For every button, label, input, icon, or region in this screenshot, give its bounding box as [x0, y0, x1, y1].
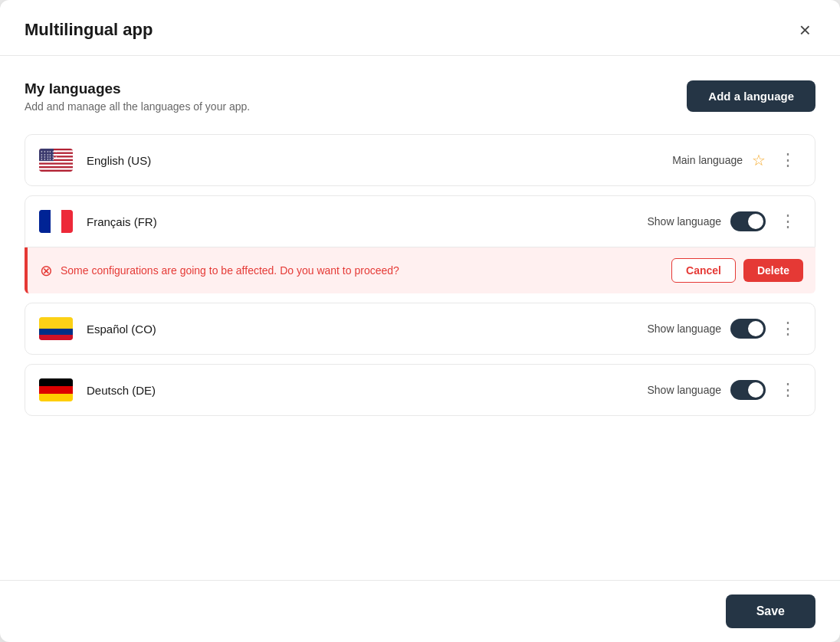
svg-rect-4 — [39, 161, 73, 162]
language-actions-es-co: Show language ⋮ — [647, 317, 801, 340]
section-title: My languages — [25, 80, 250, 97]
language-row-fr: Français (FR) Show language ⋮ — [25, 195, 815, 247]
delete-alert-row: ⊗ Some configurations are going to be af… — [25, 247, 815, 293]
close-button[interactable]: × — [795, 18, 815, 41]
more-options-button-fr[interactable]: ⋮ — [775, 210, 801, 233]
section-description: Add and manage all the languages of your… — [25, 100, 250, 113]
show-language-label-fr: Show language — [647, 215, 721, 228]
language-name-es-co: Español (CO) — [87, 323, 647, 336]
modal-title: Multilingual app — [25, 20, 153, 40]
section-header: My languages Add and manage all the lang… — [25, 80, 815, 113]
flag-fr — [39, 210, 73, 233]
svg-rect-5 — [39, 165, 73, 166]
language-name-en-us: English (US) — [87, 154, 672, 167]
flag-de — [39, 378, 73, 401]
more-options-button-es-co[interactable]: ⋮ — [775, 317, 801, 340]
alert-cancel-button[interactable]: Cancel — [671, 258, 736, 283]
svg-rect-6 — [39, 168, 73, 169]
modal: Multilingual app × My languages Add and … — [0, 0, 840, 642]
show-language-label-es-co: Show language — [647, 323, 721, 335]
svg-text:★ ★ ★ ★ ★: ★ ★ ★ ★ ★ — [41, 158, 54, 161]
language-actions-de: Show language ⋮ — [647, 378, 801, 401]
language-actions-fr: Show language ⋮ — [647, 210, 801, 233]
star-icon: ☆ — [752, 151, 766, 169]
toggle-es-co[interactable] — [730, 319, 766, 339]
language-row-de: Deutsch (DE) Show language ⋮ — [25, 364, 815, 416]
modal-body: My languages Add and manage all the lang… — [0, 56, 840, 580]
language-actions-en-us: Main language ☆ ⋮ — [672, 149, 801, 172]
flag-en-us: ★ ★ ★ ★ ★ ★ ★ ★ ★ ★ ★ ★ ★ ★ ★ ★ ★ ★ ★ ★ … — [39, 149, 73, 172]
modal-footer: Save — [0, 580, 840, 642]
flag-co — [39, 317, 73, 340]
language-name-de: Deutsch (DE) — [87, 384, 647, 397]
section-info: My languages Add and manage all the lang… — [25, 80, 250, 113]
alert-delete-button[interactable]: Delete — [743, 259, 803, 282]
language-name-fr: Français (FR) — [87, 215, 647, 228]
show-language-label-de: Show language — [647, 384, 721, 396]
alert-text: Some configurations are going to be affe… — [61, 264, 664, 277]
language-row-es-co: Español (CO) Show language ⋮ — [25, 303, 815, 355]
more-options-button-en-us[interactable]: ⋮ — [775, 149, 801, 172]
languages-list: ★ ★ ★ ★ ★ ★ ★ ★ ★ ★ ★ ★ ★ ★ ★ ★ ★ ★ ★ ★ … — [25, 134, 815, 562]
alert-icon: ⊗ — [40, 261, 53, 280]
language-row-en-us: ★ ★ ★ ★ ★ ★ ★ ★ ★ ★ ★ ★ ★ ★ ★ ★ ★ ★ ★ ★ … — [25, 134, 815, 186]
add-language-button[interactable]: Add a language — [687, 80, 815, 112]
modal-header: Multilingual app × — [0, 0, 840, 56]
more-options-button-de[interactable]: ⋮ — [775, 378, 801, 401]
toggle-de[interactable] — [730, 380, 766, 400]
toggle-fr[interactable] — [730, 211, 766, 231]
save-button[interactable]: Save — [726, 595, 815, 628]
main-language-label: Main language — [672, 154, 743, 166]
